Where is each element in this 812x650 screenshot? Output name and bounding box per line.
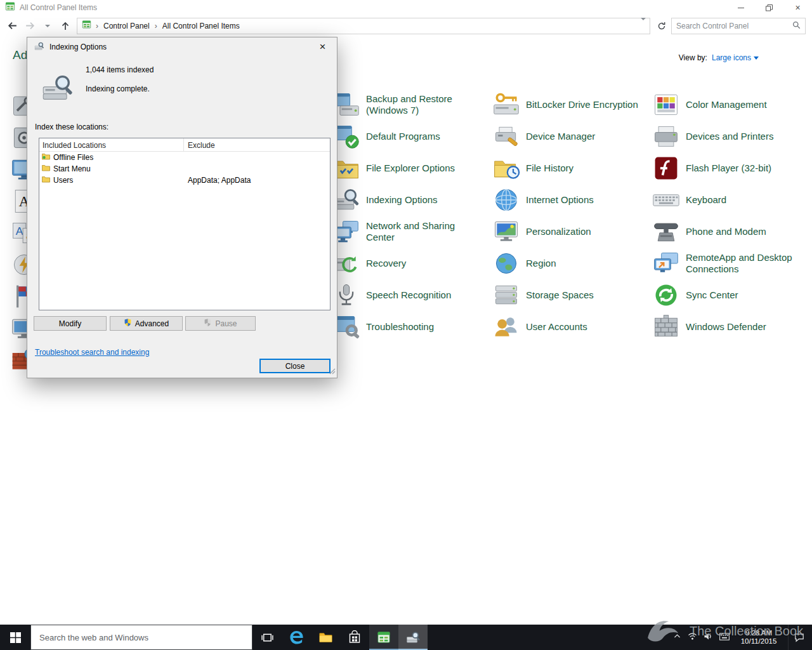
search-input[interactable] bbox=[676, 22, 792, 30]
security-and-maintenance-icon[interactable] bbox=[10, 282, 27, 312]
control-panel-taskbar-button[interactable] bbox=[369, 625, 398, 650]
cp-item-region[interactable]: Region bbox=[486, 248, 646, 279]
cp-item-default-programs[interactable]: Default Programs bbox=[326, 121, 486, 152]
administrative-tools-icon[interactable] bbox=[10, 92, 27, 121]
column-header-exclude[interactable]: Exclude bbox=[184, 138, 330, 151]
power-options-icon[interactable] bbox=[10, 251, 27, 280]
breadcrumb-chevron-icon: › bbox=[96, 22, 98, 30]
cp-item-label: Flash Player (32-bit) bbox=[686, 162, 771, 174]
list-item[interactable]: Offline Files bbox=[39, 152, 330, 163]
cp-item-windows-defender[interactable]: Windows Defender bbox=[646, 311, 806, 343]
cp-item-color-management[interactable]: Color Management bbox=[646, 89, 806, 121]
cp-item-backup-and-restore[interactable]: Backup and Restore (Windows 7) bbox=[326, 89, 486, 121]
action-center-icon[interactable] bbox=[788, 625, 809, 650]
close-window-button[interactable]: × bbox=[783, 0, 812, 15]
edge-taskbar-icon[interactable] bbox=[282, 625, 311, 650]
location-name: Offline Files bbox=[53, 153, 93, 162]
view-by-dropdown[interactable]: Large icons bbox=[712, 53, 759, 62]
cp-item-speech-recognition[interactable]: Speech Recognition bbox=[326, 279, 486, 311]
cp-item-label: User Accounts bbox=[526, 321, 587, 333]
storage-spaces-icon bbox=[492, 281, 520, 309]
resize-grip[interactable] bbox=[329, 368, 336, 376]
indexed-locations-list[interactable]: Included Locations Exclude Offline Files… bbox=[39, 138, 331, 310]
taskbar-search[interactable] bbox=[30, 625, 252, 650]
clock[interactable]: 9:28 AM 10/11/2015 bbox=[736, 629, 782, 646]
network-icon[interactable] bbox=[688, 632, 697, 643]
cp-item-network-and-sharing-center[interactable]: Network and Sharing Center bbox=[326, 216, 486, 248]
indexing-options-taskbar-button[interactable] bbox=[398, 625, 428, 650]
cp-item-device-manager[interactable]: Device Manager bbox=[486, 121, 646, 152]
cp-item-label: Phone and Modem bbox=[686, 226, 766, 237]
cp-item-label: Color Management bbox=[686, 99, 767, 110]
forward-button[interactable] bbox=[22, 18, 38, 34]
cp-item-devices-and-printers[interactable]: Devices and Printers bbox=[646, 121, 806, 152]
cp-item-personalization[interactable]: Personalization bbox=[486, 216, 646, 248]
address-bar[interactable]: › Control Panel › All Control Panel Item… bbox=[77, 18, 650, 34]
breadcrumb-all-items[interactable]: All Control Panel Items bbox=[162, 22, 240, 30]
column-header-included-locations[interactable]: Included Locations bbox=[39, 138, 184, 151]
modify-button[interactable]: Modify bbox=[34, 316, 107, 331]
credential-manager-icon[interactable] bbox=[10, 124, 27, 153]
windows-firewall-icon[interactable] bbox=[10, 346, 27, 375]
cp-item-troubleshooting[interactable]: Troubleshooting bbox=[326, 311, 486, 343]
up-button[interactable] bbox=[57, 18, 74, 34]
store-taskbar-icon[interactable] bbox=[340, 625, 369, 650]
cp-item-label: Region bbox=[526, 258, 556, 269]
task-view-button[interactable] bbox=[252, 625, 282, 650]
start-button[interactable] bbox=[0, 625, 30, 650]
touch-keyboard-icon[interactable] bbox=[719, 632, 730, 643]
list-item[interactable]: Start Menu bbox=[39, 163, 330, 175]
refresh-button[interactable] bbox=[653, 18, 670, 34]
restore-button[interactable] bbox=[755, 0, 783, 15]
devices-printers-icon bbox=[652, 123, 680, 150]
control-panel-search[interactable] bbox=[671, 18, 806, 34]
cp-item-phone-and-modem[interactable]: Phone and Modem bbox=[646, 216, 806, 248]
control-panel-icon bbox=[82, 20, 91, 32]
address-dropdown-icon[interactable] bbox=[641, 20, 646, 32]
tray-chevron-up-icon[interactable] bbox=[673, 632, 681, 643]
cp-item-keyboard[interactable]: Keyboard bbox=[646, 184, 806, 216]
close-button[interactable]: Close bbox=[259, 359, 331, 373]
cp-item-sync-center[interactable]: Sync Center bbox=[646, 279, 806, 311]
cp-item-internet-options[interactable]: Internet Options bbox=[486, 184, 646, 216]
file-history-icon bbox=[492, 154, 520, 182]
user-accounts-icon bbox=[492, 313, 520, 341]
cp-item-file-history[interactable]: File History bbox=[486, 152, 646, 184]
display-icon[interactable] bbox=[10, 156, 27, 185]
cp-item-file-explorer-options[interactable]: File Explorer Options bbox=[326, 152, 486, 184]
fonts-icon[interactable]: A bbox=[10, 187, 27, 216]
search-icon[interactable] bbox=[792, 20, 801, 32]
language-icon[interactable]: Aa bbox=[10, 219, 27, 248]
exclude-value: AppData; AppData bbox=[184, 176, 330, 185]
minimize-button[interactable] bbox=[726, 0, 755, 15]
window-title: All Control Panel Items bbox=[20, 3, 726, 12]
taskbar-search-input[interactable] bbox=[31, 633, 252, 642]
location-name: Users bbox=[53, 176, 73, 185]
cp-item-label: Keyboard bbox=[686, 194, 726, 206]
list-item[interactable]: Users AppData; AppData bbox=[39, 175, 330, 186]
cp-item-indexing-options[interactable]: Indexing Options bbox=[326, 184, 486, 216]
breadcrumb-control-panel[interactable]: Control Panel bbox=[103, 22, 150, 30]
personalization-icon bbox=[492, 218, 520, 246]
flash-player-icon bbox=[652, 154, 680, 182]
recent-pages-dropdown[interactable] bbox=[39, 18, 56, 34]
cp-item-label: Windows Defender bbox=[686, 321, 766, 333]
file-explorer-taskbar-icon[interactable] bbox=[311, 625, 340, 650]
cp-item-storage-spaces[interactable]: Storage Spaces bbox=[486, 279, 646, 311]
dialog-close-icon[interactable]: × bbox=[308, 37, 337, 56]
cp-item-user-accounts[interactable]: User Accounts bbox=[486, 311, 646, 343]
cp-item-recovery[interactable]: Recovery bbox=[326, 248, 486, 279]
view-by-control: View by: Large icons bbox=[679, 53, 759, 62]
system-icon[interactable] bbox=[10, 314, 27, 343]
back-button[interactable] bbox=[4, 18, 20, 34]
cp-item-remoteapp[interactable]: RemoteApp and Desktop Connections bbox=[646, 248, 806, 279]
advanced-button[interactable]: Advanced bbox=[110, 316, 183, 331]
cp-item-flash-player[interactable]: Flash Player (32-bit) bbox=[646, 152, 806, 184]
chevron-down-icon bbox=[754, 56, 759, 60]
speaker-icon[interactable] bbox=[704, 632, 713, 643]
cp-item-label: Indexing Options bbox=[366, 194, 438, 206]
cp-item-bitlocker[interactable]: BitLocker Drive Encryption bbox=[486, 89, 646, 121]
indexing-options-dialog-icon bbox=[34, 41, 44, 53]
navigation-bar: › Control Panel › All Control Panel Item… bbox=[0, 15, 812, 36]
troubleshoot-indexing-link[interactable]: Troubleshoot search and indexing bbox=[35, 348, 149, 357]
